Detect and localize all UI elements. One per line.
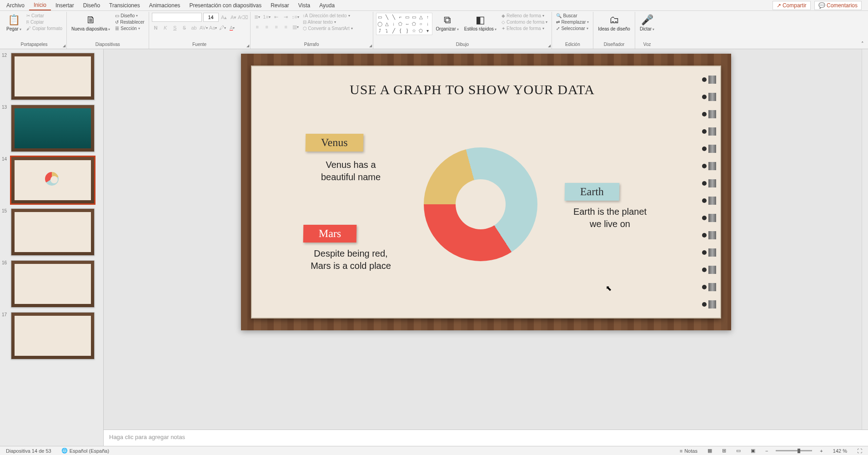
shapes-gallery[interactable]: ▭╲╲⌐▭▭△↑ ◯△↓⬠↔⬠○↓ ⤴⤵╱{}☆⬠▾ <box>376 13 432 35</box>
align-left-icon[interactable]: ≡ <box>253 23 261 31</box>
drawing-dialog-launcher[interactable]: ◢ <box>548 44 551 48</box>
arrange-button[interactable]: ⧉ Organizar <box>434 13 461 33</box>
copy-button[interactable]: ⎘Copiar <box>25 19 64 25</box>
tab-file[interactable]: Archivo <box>2 1 29 10</box>
font-name-input[interactable] <box>152 13 202 22</box>
thumbnail-wrap-17[interactable]: 17 <box>0 310 103 362</box>
font-dialog-launcher[interactable]: ◢ <box>246 44 249 48</box>
dictate-button[interactable]: 🎤 Dictar <box>638 13 656 33</box>
tab-review[interactable]: Revisar <box>266 1 294 10</box>
slide-editor[interactable]: USE A GRAPH TO SHOW YOUR DATA Venus Venu… <box>241 54 731 330</box>
caption-earth[interactable]: Earth is the planet we live on <box>560 206 660 230</box>
paragraph-dialog-launcher[interactable]: ◢ <box>369 44 372 48</box>
shape-item[interactable]: ↔ <box>405 21 410 26</box>
shape-item[interactable]: ↑ <box>425 14 431 20</box>
shape-item[interactable]: ╲ <box>391 14 396 20</box>
thumbnail-13[interactable] <box>11 105 95 152</box>
paste-button[interactable]: 📋 Pegar <box>5 13 23 33</box>
shape-item[interactable]: ⌐ <box>398 14 403 20</box>
align-text-button[interactable]: ⊟Alinear texto <box>301 19 354 25</box>
replace-button[interactable]: ⇄Reemplazar <box>555 19 590 25</box>
zoom-slider[interactable] <box>776 450 812 451</box>
shape-item[interactable]: ⬠ <box>418 28 424 33</box>
section-button[interactable]: ☰Sección <box>114 25 146 31</box>
line-spacing-icon[interactable]: ↕≡ <box>291 13 300 21</box>
slide-thumbnail-panel[interactable]: 12 13 14 15 16 17 <box>0 49 104 446</box>
justify-icon[interactable]: ≡ <box>282 23 290 31</box>
shape-item[interactable]: △ <box>384 21 390 26</box>
zoom-in-button[interactable]: + <box>818 448 825 454</box>
highlight-icon[interactable]: 🖍 <box>219 24 227 32</box>
status-notes-button[interactable]: ≡Notas <box>677 448 700 454</box>
shape-item[interactable]: ▭ <box>411 14 417 20</box>
tab-insert[interactable]: Insertar <box>51 1 79 10</box>
share-button[interactable]: ↗ Compartir <box>773 1 811 10</box>
shape-item[interactable]: ◯ <box>377 21 383 26</box>
thumbnail-14[interactable] <box>11 157 95 204</box>
caption-mars[interactable]: Despite being red, Mars is a cold place <box>296 248 406 272</box>
shape-item[interactable]: ⬠ <box>411 21 417 26</box>
donut-chart[interactable] <box>424 147 537 261</box>
thumbnail-wrap-13[interactable]: 13 <box>0 103 103 155</box>
slide-canvas-area[interactable]: USE A GRAPH TO SHOW YOUR DATA Venus Venu… <box>104 49 868 430</box>
shape-item[interactable]: { <box>398 28 403 33</box>
italic-icon[interactable]: K <box>161 24 170 32</box>
align-center-icon[interactable]: ≡ <box>263 23 271 31</box>
view-reading-icon[interactable]: ▭ <box>734 448 743 454</box>
cut-button[interactable]: ✂Cortar <box>25 13 64 19</box>
shape-item[interactable]: } <box>405 28 410 33</box>
font-color-icon[interactable]: A <box>228 24 236 32</box>
tab-help[interactable]: Ayuda <box>315 1 339 10</box>
tab-animations[interactable]: Animaciones <box>145 1 185 10</box>
align-right-icon[interactable]: ≡ <box>272 23 281 31</box>
spacing-icon[interactable]: AV <box>200 24 208 32</box>
zoom-level[interactable]: 142 % <box>831 448 849 454</box>
thumbnail-wrap-12[interactable]: 12 <box>0 51 103 103</box>
smartart-button[interactable]: ⬡Convertir a SmartArt <box>301 25 354 31</box>
zoom-slider-thumb[interactable] <box>798 449 800 453</box>
fit-to-window-icon[interactable]: ⛶ <box>855 448 864 454</box>
tab-transitions[interactable]: Transiciones <box>105 1 145 10</box>
underline-icon[interactable]: S <box>171 24 179 32</box>
shape-item[interactable]: ⬠ <box>398 21 403 26</box>
numbering-icon[interactable]: 1≡ <box>263 13 271 21</box>
strike-icon[interactable]: S̶ <box>181 24 189 32</box>
reset-button[interactable]: ↺Restablecer <box>114 19 146 25</box>
vertical-scrollbar[interactable] <box>862 49 868 430</box>
columns-icon[interactable]: ▥ <box>291 23 300 31</box>
thumbnail-15[interactable] <box>11 208 95 256</box>
thumbnail-17[interactable] <box>11 312 95 359</box>
shape-item[interactable]: ↓ <box>425 21 431 26</box>
format-painter-button[interactable]: 🖌Copiar formato <box>25 25 64 31</box>
tab-view[interactable]: Vista <box>294 1 315 10</box>
shape-item[interactable]: ▭ <box>377 14 383 20</box>
shrink-font-icon[interactable]: A▾ <box>230 13 238 21</box>
tab-slideshow[interactable]: Presentación con diapositivas <box>185 1 266 10</box>
case-icon[interactable]: Aa <box>209 24 217 32</box>
new-slide-button[interactable]: 🗎 Nueva diapositiva <box>70 13 112 33</box>
shape-item[interactable]: ▾ <box>425 28 431 33</box>
thumbnail-wrap-14[interactable]: 14 <box>0 155 103 207</box>
view-sorter-icon[interactable]: ⊞ <box>720 448 728 454</box>
bold-icon[interactable]: N <box>152 24 160 32</box>
shape-item[interactable]: ○ <box>418 21 424 26</box>
shape-item[interactable]: ☆ <box>411 28 417 33</box>
shadow-icon[interactable]: ab <box>190 24 198 32</box>
notes-pane[interactable]: Haga clic para agregar notas <box>104 430 868 446</box>
shape-item[interactable]: ↓ <box>391 21 396 26</box>
zoom-out-button[interactable]: − <box>763 448 770 454</box>
caption-venus[interactable]: Venus has a beautiful name <box>301 159 401 183</box>
layout-button[interactable]: ▭Diseño <box>114 13 146 19</box>
shape-fill-button[interactable]: ◆Relleno de forma <box>500 13 549 19</box>
text-direction-button[interactable]: ↕ADirección del texto <box>301 13 354 19</box>
shape-effects-button[interactable]: ✦Efectos de forma <box>500 25 549 31</box>
grow-font-icon[interactable]: A▴ <box>220 13 228 21</box>
shape-outline-button[interactable]: ◇Contorno de forma <box>500 19 549 25</box>
shape-item[interactable]: ⤴ <box>377 28 383 33</box>
tab-home[interactable]: Inicio <box>29 0 51 10</box>
shape-item[interactable]: △ <box>418 14 424 20</box>
status-language[interactable]: 🌐Español (España) <box>59 448 111 454</box>
tape-venus[interactable]: Venus <box>305 134 363 152</box>
select-button[interactable]: ⤢Seleccionar <box>555 25 590 31</box>
shape-item[interactable]: ╲ <box>384 14 390 20</box>
